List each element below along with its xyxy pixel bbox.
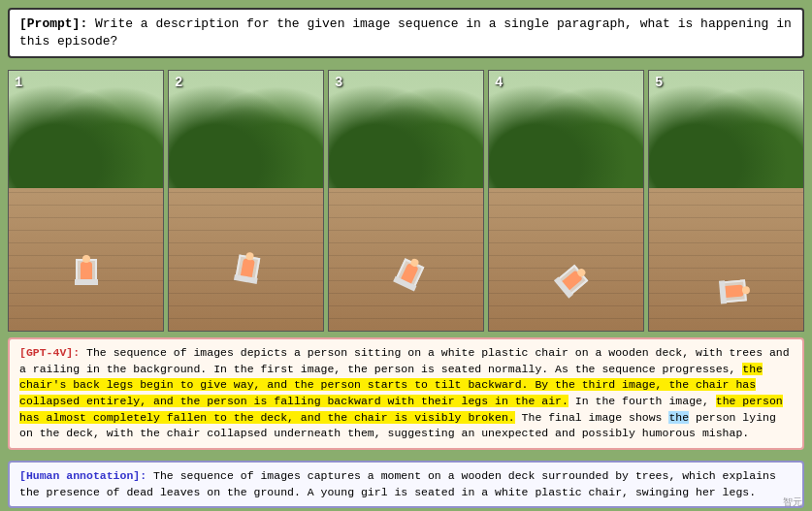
gpt-highlight-3: the	[668, 411, 689, 424]
frame-number-2: 2	[175, 75, 182, 90]
gpt-response-box: [GPT-4V]: The sequence of images depicts…	[8, 337, 804, 450]
prompt-text: Write a description for the given image …	[19, 16, 792, 48]
prompt-label: [Prompt]:	[19, 16, 87, 31]
frame-number-4: 4	[495, 75, 503, 90]
person-chair-1	[72, 254, 101, 303]
prompt-box: [Prompt]: Write a description for the gi…	[8, 8, 804, 58]
watermark: 智元	[783, 495, 802, 509]
human-label: [Human annotation]:	[19, 469, 146, 482]
gpt-text-before3: The final image shows	[515, 411, 669, 424]
gpt-text-after: on the deck, with the chair collapsed un…	[19, 427, 749, 439]
image-frame-4: 4	[488, 70, 644, 332]
image-sequence: 1 2	[8, 70, 804, 332]
image-frame-2: 2	[168, 70, 324, 332]
gpt-text-before1: The sequence of images depicts a person …	[19, 346, 790, 375]
image-frame-3: 3	[328, 70, 484, 332]
frame-number-3: 3	[335, 75, 342, 90]
gpt-label: [GPT-4V]:	[19, 346, 80, 359]
frame-number-1: 1	[15, 75, 22, 90]
gpt-text-between: In the fourth image,	[568, 395, 716, 407]
image-frame-1: 1	[8, 70, 164, 332]
image-frame-5: 5	[648, 70, 804, 332]
human-annotation-box: [Human annotation]: The sequence of imag…	[8, 461, 804, 508]
person-chair-5	[700, 275, 751, 308]
gpt-text-mid3: person lying	[689, 411, 776, 424]
frame-number-5: 5	[655, 75, 663, 90]
